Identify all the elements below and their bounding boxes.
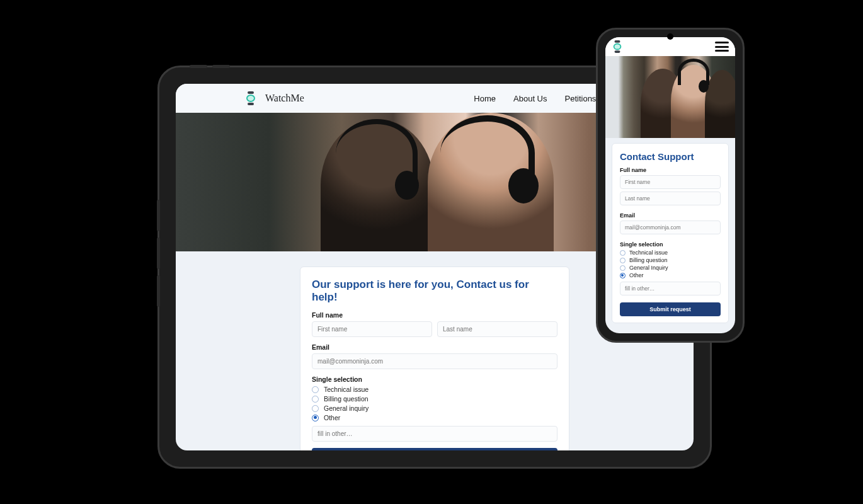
- option-label: Billing question: [629, 257, 668, 263]
- radio-icon: [312, 415, 319, 421]
- nav-link-home[interactable]: Home: [474, 94, 496, 103]
- radio-icon: [312, 386, 319, 393]
- phone-nav: [605, 37, 735, 56]
- nav-link-petitions[interactable]: Petitions: [565, 94, 597, 103]
- first-name-input[interactable]: [312, 321, 432, 337]
- brand-name: WatchMe: [265, 93, 304, 104]
- phone-option-technical-issue[interactable]: Technical issue: [620, 249, 721, 256]
- option-billing-question[interactable]: Billing question: [312, 395, 557, 403]
- last-name-input[interactable]: [437, 321, 557, 337]
- option-label: Technical issue: [324, 386, 369, 393]
- other-input[interactable]: [312, 426, 557, 442]
- email-label: Email: [312, 343, 557, 351]
- phone-option-general-inquiry[interactable]: General Inquiry: [620, 265, 721, 271]
- phone-camera: [667, 33, 673, 40]
- option-label: General inquiry: [324, 404, 369, 412]
- phone-option-billing-question[interactable]: Billing question: [620, 257, 721, 263]
- phone-hero-image: [605, 56, 735, 138]
- option-technical-issue[interactable]: Technical issue: [312, 386, 557, 393]
- watch-icon: [612, 40, 622, 53]
- option-general-inquiry[interactable]: General inquiry: [312, 404, 557, 412]
- phone-first-name-input[interactable]: [620, 175, 721, 189]
- phone-other-input[interactable]: [620, 282, 721, 295]
- option-other[interactable]: Other: [312, 414, 557, 421]
- radio-icon: [620, 265, 626, 271]
- phone-form-title: Contact Support: [620, 151, 721, 162]
- option-label: Billing question: [324, 395, 369, 403]
- radio-icon: [620, 250, 626, 256]
- phone-email-label: Email: [620, 212, 721, 219]
- tablet-top-buttons: [190, 65, 230, 68]
- radio-icon: [620, 258, 626, 263]
- phone-screen: Contact Support Full name Email Single s…: [605, 37, 735, 333]
- option-label: Other: [324, 414, 340, 421]
- phone-last-name-input[interactable]: [620, 192, 721, 205]
- phone-full-name-label: Full name: [620, 167, 721, 173]
- nav-link-about[interactable]: About Us: [513, 94, 547, 103]
- radio-icon: [312, 396, 319, 403]
- phone-option-other[interactable]: Other: [620, 272, 721, 278]
- full-name-label: Full name: [312, 311, 557, 319]
- option-label: General Inquiry: [629, 265, 668, 271]
- phone-submit-button[interactable]: Submit request: [620, 302, 721, 316]
- phone-support-form: Contact Support Full name Email Single s…: [612, 143, 729, 323]
- single-selection-label: Single selection: [312, 375, 557, 383]
- form-title: Our support is here for you, Contact us …: [312, 278, 557, 304]
- option-label: Other: [629, 272, 644, 278]
- phone-device-frame: Contact Support Full name Email Single s…: [596, 28, 745, 343]
- support-form: Our support is here for you, Contact us …: [300, 266, 569, 450]
- phone-single-selection-label: Single selection: [620, 241, 721, 248]
- watch-icon: [245, 91, 256, 105]
- email-input[interactable]: [312, 353, 557, 369]
- submit-button[interactable]: Submit request: [312, 448, 557, 450]
- hamburger-menu-icon[interactable]: [715, 42, 729, 52]
- phone-email-input[interactable]: [620, 220, 721, 234]
- radio-icon: [312, 405, 319, 412]
- option-label: Technical issue: [629, 249, 668, 256]
- brand-logo[interactable]: WatchMe: [245, 91, 304, 105]
- radio-icon: [620, 273, 626, 278]
